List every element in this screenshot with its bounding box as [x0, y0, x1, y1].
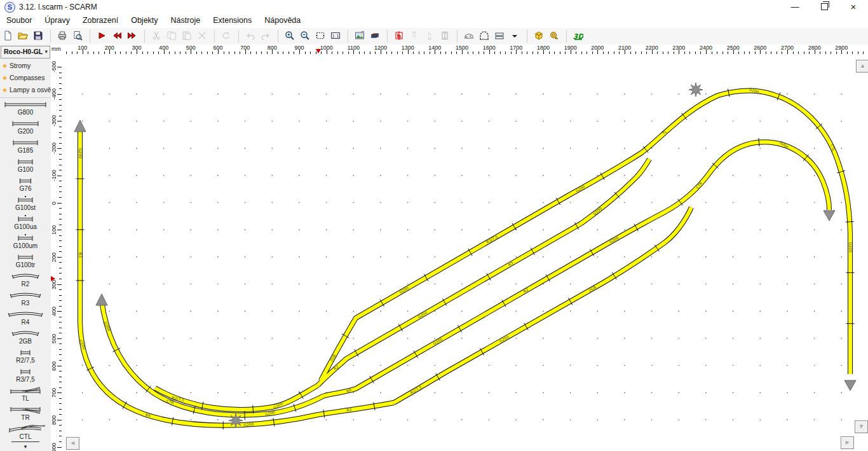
- grid-dot: [651, 256, 653, 258]
- track-item-g76[interactable]: G76: [0, 174, 51, 193]
- zoom-in-button[interactable]: [282, 29, 297, 44]
- rail-joint-tick: [846, 221, 854, 222]
- v-ruler-cursor-marker: [51, 276, 55, 281]
- print-preview-button[interactable]: [70, 29, 85, 44]
- new-file-button[interactable]: [0, 29, 15, 44]
- grid-dot: [705, 148, 707, 149]
- track-canvas[interactable]: G200R3G200R4G200R2G200CTRG200R2/7,5G2002…: [62, 54, 868, 438]
- object-3d-button[interactable]: [531, 29, 546, 44]
- track-end-arrow-down[interactable]: [824, 211, 835, 221]
- pointer-button[interactable]: [94, 29, 109, 44]
- layers-button[interactable]: [367, 29, 383, 44]
- menu-item-soubor[interactable]: Soubor: [0, 14, 38, 27]
- menu-item--pravy[interactable]: Úpravy: [38, 14, 76, 27]
- grid-dot: [489, 148, 490, 149]
- baseboard-dropdown-button[interactable]: [507, 29, 522, 44]
- track-end-arrow-up[interactable]: [96, 294, 107, 305]
- grid-dot: [760, 310, 761, 312]
- bridge-button[interactable]: [461, 29, 477, 44]
- scroll-right-button[interactable]: ▹: [841, 436, 854, 449]
- baseboard-button[interactable]: [492, 29, 507, 44]
- track-item-g100[interactable]: G100: [0, 155, 51, 174]
- scroll-up-button[interactable]: ▵: [856, 60, 868, 73]
- track-item-g200[interactable]: G200: [0, 117, 51, 136]
- measure-tape-button[interactable]: [546, 29, 562, 44]
- sidebar: Roco-H0-GL ▾ ★Stromy★Compasses★Lampy a o…: [0, 45, 51, 451]
- track-item-g100um[interactable]: G100um: [0, 232, 51, 251]
- grid-dot: [760, 148, 761, 149]
- sidebar-scroll-down[interactable]: ▾: [0, 443, 51, 450]
- track-item-r2[interactable]: R2: [0, 270, 51, 289]
- tunnel-button[interactable]: [477, 29, 492, 44]
- text-note-icon: [440, 31, 450, 41]
- library-selector[interactable]: Roco-H0-GL ▾: [1, 46, 50, 59]
- object-group-compasses[interactable]: ★Compasses: [0, 72, 51, 84]
- track-plan[interactable]: G200R3G200R4G200R2G200CTRG200R2/7,5G2002…: [62, 54, 868, 438]
- grid-dot: [299, 175, 300, 176]
- background-image-button[interactable]: [352, 29, 367, 44]
- grid-dot: [705, 392, 707, 393]
- grid-dot: [353, 310, 355, 312]
- track-item-ctl[interactable]: CTL: [0, 422, 51, 441]
- v-ruler-label: 800: [51, 410, 58, 429]
- track-item-r3[interactable]: R3: [0, 289, 51, 308]
- menu-item-objekty[interactable]: Objekty: [125, 14, 164, 27]
- grid-dot: [787, 284, 788, 285]
- track-item-g100st[interactable]: G100st: [0, 193, 51, 212]
- track-item-g100tr[interactable]: G100tr: [0, 251, 51, 270]
- zoom-fit-button[interactable]: [313, 29, 328, 44]
- menu-item-zobrazen-[interactable]: Zobrazení: [76, 14, 125, 27]
- track-segment[interactable]: [321, 91, 850, 380]
- close-button[interactable]: ×: [839, 0, 868, 14]
- grid-dot: [733, 175, 734, 176]
- grid-dot: [217, 229, 219, 230]
- grid-dot: [679, 392, 680, 393]
- zoom-1to1-button[interactable]: 1:1: [328, 29, 343, 44]
- restore-button[interactable]: [810, 0, 839, 14]
- height-down-icon: h: [424, 31, 435, 41]
- toolbar-separator: [522, 30, 527, 43]
- grid-dot: [435, 284, 436, 285]
- track-item-tr[interactable]: TR: [0, 403, 51, 422]
- track-item-tl[interactable]: TL: [0, 384, 51, 403]
- grid-dot: [299, 94, 300, 95]
- nav-next-button[interactable]: [125, 29, 140, 44]
- track-item-g100ua[interactable]: G100ua: [0, 212, 51, 232]
- track-segment[interactable]: [324, 142, 829, 396]
- scroll-down-button[interactable]: ▿: [855, 420, 868, 433]
- menu-item-n-stroje[interactable]: Nástroje: [165, 14, 207, 27]
- track-end-arrow-up[interactable]: [74, 120, 86, 132]
- view-3d-button[interactable]: 3D: [571, 29, 586, 44]
- menu-item-n-pov-da[interactable]: Nápověda: [258, 14, 307, 27]
- open-file-button[interactable]: [15, 29, 31, 44]
- connection-star-marker[interactable]: [689, 83, 703, 97]
- grid-dot: [624, 392, 625, 393]
- grid-dot: [705, 121, 707, 122]
- track-item-r3-7-5[interactable]: R3/7,5: [0, 365, 51, 384]
- height-set-button[interactable]: h: [391, 29, 407, 44]
- track-item-g800[interactable]: G800: [0, 98, 51, 117]
- scroll-left-button[interactable]: ◃: [66, 437, 79, 450]
- grid-dot: [814, 256, 815, 258]
- grid-dot: [651, 419, 653, 420]
- track-end-arrow-down[interactable]: [844, 380, 856, 391]
- connection-star-marker[interactable]: [229, 413, 243, 427]
- print-button[interactable]: [55, 29, 70, 44]
- zoom-out-button[interactable]: [297, 29, 313, 44]
- track-item-2gb[interactable]: 2GB: [0, 327, 51, 346]
- grid-dot: [407, 419, 409, 420]
- save-file-button[interactable]: [31, 29, 46, 44]
- object-group-stromy[interactable]: ★Stromy: [0, 60, 51, 72]
- grid-dot: [407, 229, 409, 230]
- track-item-g185[interactable]: G185: [0, 136, 51, 155]
- track-item-r2-7-5[interactable]: R2/7,5: [0, 346, 51, 365]
- nav-prev-button[interactable]: [109, 29, 125, 44]
- h-ruler-label: 400: [159, 45, 168, 51]
- object-group-lampy-a-osv-t[interactable]: ★Lampy a osvět: [0, 84, 51, 96]
- menu-item-extensions[interactable]: Extensions: [207, 14, 258, 27]
- toolbar-separator: [562, 30, 567, 43]
- minimize-button[interactable]: —: [780, 0, 810, 14]
- grid-dot: [136, 94, 137, 95]
- track-item-r4[interactable]: R4: [0, 308, 51, 327]
- h-ruler-label: 2200: [646, 45, 658, 51]
